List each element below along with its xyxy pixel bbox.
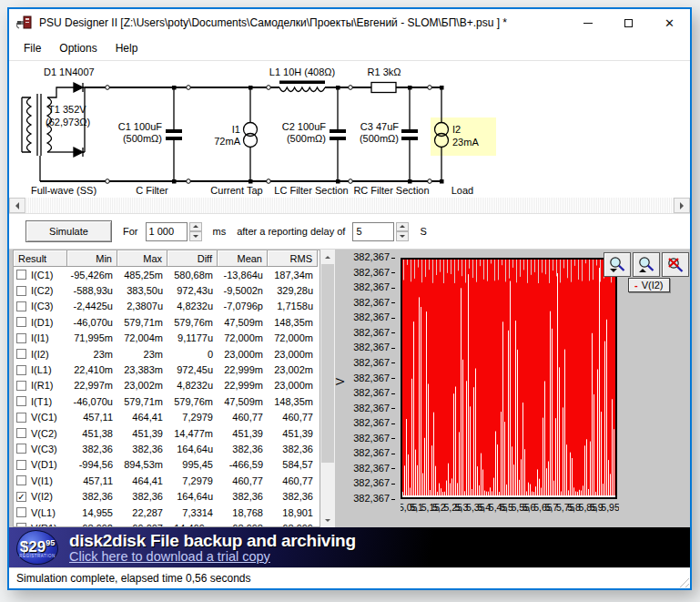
i2-label-1: I2 [452,124,461,135]
result-checkbox[interactable] [16,413,26,423]
table-row[interactable]: ✓V(I2)382,36382,36164,64u382,36382,36 [14,488,320,504]
table-row[interactable]: V(R1)68,99269,00714,469m68,99868,999 [14,520,320,526]
column-header-min[interactable]: Min [67,250,117,267]
simulate-button[interactable]: Simulate [25,220,112,242]
table-row[interactable]: V(C3)382,36382,36164,64u382,36382,36 [14,441,320,456]
capacitor-c2[interactable] [330,87,346,181]
plot-zoom-out-button[interactable] [633,252,660,277]
table-row[interactable]: I(I2)23m23m023,000m23,000m [14,346,320,362]
table-row[interactable]: I(T1)-46,070u579,71m579,76m47,509m148,35… [14,393,320,409]
capacitor-c1[interactable] [166,87,182,181]
result-max: 464,41 [117,412,167,423]
schematic-panel: D1 1N4007 T1 352V (62,973Ω) C1 100uF (50… [9,61,690,198]
result-mean: -13,864u [218,270,268,281]
result-min: 23m [67,349,117,360]
hscrollbar-track[interactable] [25,198,674,213]
column-header-result[interactable]: Result [14,250,67,267]
result-name: V(I1) [31,475,53,486]
result-checkbox[interactable] [16,349,26,359]
result-checkbox[interactable]: ✓ [16,492,26,502]
resize-grip[interactable] [677,576,689,587]
table-row[interactable]: I(D1)-46,070u579,71m579,76m47,509m148,35… [14,314,320,330]
plot-zoom-reset-button[interactable] [662,252,689,277]
table-row[interactable]: I(R1)22,997m23,002m4,8232u22,999m23,000m [14,378,320,393]
table-row[interactable]: I(I1)71,995m72,004m9,1177u72,000m72,000m [14,331,320,346]
result-checkbox[interactable] [16,523,26,526]
result-checkbox[interactable] [16,428,26,438]
maximize-button[interactable] [608,9,649,36]
plot-area[interactable] [401,258,617,499]
menu-help[interactable]: Help [107,42,147,55]
table-row[interactable]: V(D1)-994,56894,53m995,45-466,59584,57 [14,457,320,473]
table-row[interactable]: I(C2)-588,93u383,50u972,43u-9,5002n329,2… [14,282,320,298]
table-scroll-down-button[interactable] [320,513,335,527]
r1-label: R1 3kΩ [368,66,401,77]
minimize-button[interactable] [567,9,608,36]
result-max: 579,71m [117,317,167,328]
result-checkbox[interactable] [16,460,26,470]
delay-input[interactable] [352,222,394,241]
duration-input[interactable] [146,222,188,241]
result-checkbox[interactable] [16,475,26,485]
result-mean: -9,5002n [218,285,268,296]
table-row[interactable]: I(L1)22,410m23,383m972,45u22,999m23,002m [14,362,320,377]
y-tick-label: 382,367 [335,388,397,398]
menu-options[interactable]: Options [50,42,106,55]
table-row[interactable]: V(I1)457,11464,417,2979460,77460,77 [14,473,320,488]
ad-banner[interactable]: $2995 REGISTRATION disk2disk File backup… [9,527,690,567]
result-checkbox[interactable] [16,270,26,280]
y-tick-label: 382,367 [335,312,397,322]
result-diff: 164,64u [167,444,218,454]
result-min: 457,11 [67,412,117,423]
table-row[interactable]: I(C1)-95,426m485,25m580,68m-13,864u187,3… [14,267,320,282]
table-scrollbar-track[interactable] [320,463,335,513]
close-button[interactable]: ✕ [649,9,690,36]
table-scrollbar-thumb[interactable] [321,264,334,463]
table-row[interactable]: V(L1)14,95522,2877,331418,76818,901 [14,505,320,520]
duration-down-button[interactable] [189,231,202,241]
arrow-down-icon [193,235,198,238]
result-diff: 580,68m [167,270,218,281]
result-checkbox[interactable] [16,286,26,296]
c3-label-2: (500mΩ) [360,133,399,144]
capacitor-c3[interactable] [401,87,418,181]
result-checkbox[interactable] [16,396,26,406]
table-scroll-up-button[interactable] [320,250,335,264]
table-row[interactable]: V(C2)451,38451,3914,477m451,39451,39 [14,425,320,441]
duration-up-button[interactable] [189,222,202,232]
inductor-l1[interactable] [279,81,325,92]
result-checkbox[interactable] [16,444,26,454]
menu-file[interactable]: File [9,42,50,55]
scroll-right-button[interactable] [674,198,690,213]
column-header-diff[interactable]: Diff [167,250,218,267]
result-diff: 579,76m [167,396,218,407]
scroll-left-button[interactable] [9,198,25,213]
ad-download-link[interactable]: Click here to download a trial copy [69,549,356,564]
result-min: -2,4425u [67,301,117,311]
result-rms: 23,002m [268,364,318,375]
result-checkbox[interactable] [16,507,26,517]
table-row[interactable]: V(C1)457,11464,417,2979460,77460,77 [14,410,320,425]
result-checkbox[interactable] [16,317,26,327]
transformer-t1[interactable] [22,87,74,181]
result-max: 23,002m [117,380,167,391]
delay-down-button[interactable] [396,231,409,241]
column-header-mean[interactable]: Mean [218,250,268,267]
column-header-rms[interactable]: RMS [268,250,318,267]
column-header-max[interactable]: Max [117,250,167,267]
result-checkbox[interactable] [16,333,26,343]
table-row[interactable]: I(C3)-2,4425u2,3807u4,8232u-7,0796p1,715… [14,299,320,314]
result-checkbox[interactable] [16,381,26,391]
c2-label-1: C2 100uF [282,121,327,132]
delay-up-button[interactable] [396,222,409,232]
result-checkbox[interactable] [16,301,26,311]
resistor-r1[interactable] [371,83,396,93]
current-source-i1[interactable] [244,87,258,181]
y-tick-label: 382,367 [335,464,397,474]
plot-zoom-in-button[interactable] [604,252,631,277]
result-mean: 451,39 [218,428,268,439]
result-checkbox[interactable] [16,365,26,375]
delay-spinner [396,222,409,241]
result-min: -46,070u [67,396,117,407]
c3-label-1: C3 47uF [360,121,399,132]
